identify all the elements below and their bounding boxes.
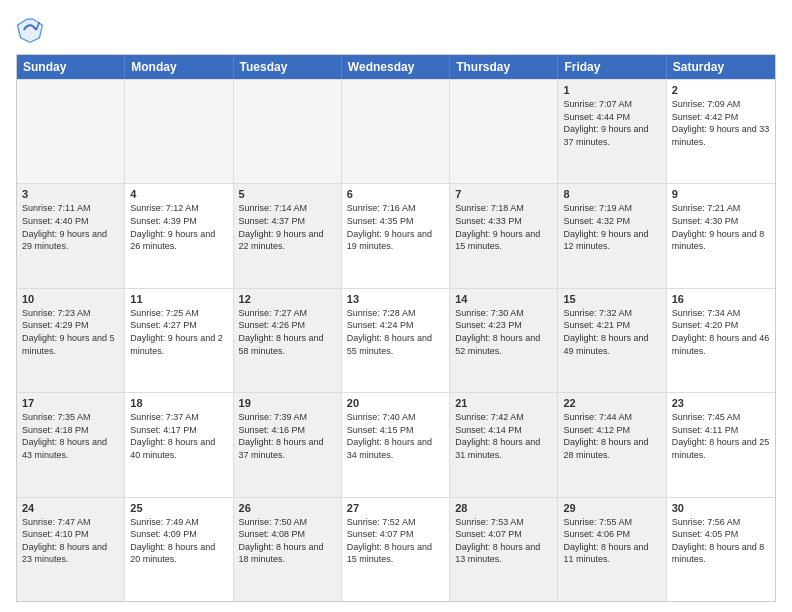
day-cell-22: 22Sunrise: 7:44 AM Sunset: 4:12 PM Dayli… — [558, 393, 666, 496]
day-number: 11 — [130, 293, 227, 305]
day-info: Sunrise: 7:50 AM Sunset: 4:08 PM Dayligh… — [239, 516, 336, 566]
day-cell-4: 4Sunrise: 7:12 AM Sunset: 4:39 PM Daylig… — [125, 184, 233, 287]
day-number: 23 — [672, 397, 770, 409]
day-number: 27 — [347, 502, 444, 514]
day-number: 20 — [347, 397, 444, 409]
day-number: 15 — [563, 293, 660, 305]
empty-cell — [342, 80, 450, 183]
day-cell-27: 27Sunrise: 7:52 AM Sunset: 4:07 PM Dayli… — [342, 498, 450, 601]
day-info: Sunrise: 7:47 AM Sunset: 4:10 PM Dayligh… — [22, 516, 119, 566]
day-info: Sunrise: 7:34 AM Sunset: 4:20 PM Dayligh… — [672, 307, 770, 357]
day-number: 12 — [239, 293, 336, 305]
day-info: Sunrise: 7:32 AM Sunset: 4:21 PM Dayligh… — [563, 307, 660, 357]
day-cell-30: 30Sunrise: 7:56 AM Sunset: 4:05 PM Dayli… — [667, 498, 775, 601]
calendar-row-4: 24Sunrise: 7:47 AM Sunset: 4:10 PM Dayli… — [17, 497, 775, 601]
header-cell-sunday: Sunday — [17, 55, 125, 79]
logo-icon — [16, 16, 44, 44]
day-cell-19: 19Sunrise: 7:39 AM Sunset: 4:16 PM Dayli… — [234, 393, 342, 496]
day-info: Sunrise: 7:53 AM Sunset: 4:07 PM Dayligh… — [455, 516, 552, 566]
day-number: 30 — [672, 502, 770, 514]
day-info: Sunrise: 7:14 AM Sunset: 4:37 PM Dayligh… — [239, 202, 336, 252]
day-number: 9 — [672, 188, 770, 200]
day-info: Sunrise: 7:23 AM Sunset: 4:29 PM Dayligh… — [22, 307, 119, 357]
empty-cell — [17, 80, 125, 183]
day-cell-13: 13Sunrise: 7:28 AM Sunset: 4:24 PM Dayli… — [342, 289, 450, 392]
day-cell-28: 28Sunrise: 7:53 AM Sunset: 4:07 PM Dayli… — [450, 498, 558, 601]
day-number: 8 — [563, 188, 660, 200]
day-cell-23: 23Sunrise: 7:45 AM Sunset: 4:11 PM Dayli… — [667, 393, 775, 496]
day-cell-3: 3Sunrise: 7:11 AM Sunset: 4:40 PM Daylig… — [17, 184, 125, 287]
day-cell-24: 24Sunrise: 7:47 AM Sunset: 4:10 PM Dayli… — [17, 498, 125, 601]
day-info: Sunrise: 7:49 AM Sunset: 4:09 PM Dayligh… — [130, 516, 227, 566]
day-cell-12: 12Sunrise: 7:27 AM Sunset: 4:26 PM Dayli… — [234, 289, 342, 392]
day-cell-9: 9Sunrise: 7:21 AM Sunset: 4:30 PM Daylig… — [667, 184, 775, 287]
page: SundayMondayTuesdayWednesdayThursdayFrid… — [0, 0, 792, 612]
day-info: Sunrise: 7:30 AM Sunset: 4:23 PM Dayligh… — [455, 307, 552, 357]
empty-cell — [450, 80, 558, 183]
day-info: Sunrise: 7:37 AM Sunset: 4:17 PM Dayligh… — [130, 411, 227, 461]
day-info: Sunrise: 7:55 AM Sunset: 4:06 PM Dayligh… — [563, 516, 660, 566]
header-cell-wednesday: Wednesday — [342, 55, 450, 79]
day-number: 13 — [347, 293, 444, 305]
day-info: Sunrise: 7:11 AM Sunset: 4:40 PM Dayligh… — [22, 202, 119, 252]
day-number: 5 — [239, 188, 336, 200]
day-cell-26: 26Sunrise: 7:50 AM Sunset: 4:08 PM Dayli… — [234, 498, 342, 601]
day-number: 25 — [130, 502, 227, 514]
calendar: SundayMondayTuesdayWednesdayThursdayFrid… — [16, 54, 776, 602]
day-number: 24 — [22, 502, 119, 514]
day-number: 16 — [672, 293, 770, 305]
day-info: Sunrise: 7:18 AM Sunset: 4:33 PM Dayligh… — [455, 202, 552, 252]
calendar-body: 1Sunrise: 7:07 AM Sunset: 4:44 PM Daylig… — [17, 79, 775, 601]
day-cell-16: 16Sunrise: 7:34 AM Sunset: 4:20 PM Dayli… — [667, 289, 775, 392]
header — [16, 16, 776, 44]
day-info: Sunrise: 7:44 AM Sunset: 4:12 PM Dayligh… — [563, 411, 660, 461]
day-number: 6 — [347, 188, 444, 200]
day-info: Sunrise: 7:07 AM Sunset: 4:44 PM Dayligh… — [563, 98, 660, 148]
header-cell-thursday: Thursday — [450, 55, 558, 79]
day-cell-29: 29Sunrise: 7:55 AM Sunset: 4:06 PM Dayli… — [558, 498, 666, 601]
day-number: 1 — [563, 84, 660, 96]
calendar-header: SundayMondayTuesdayWednesdayThursdayFrid… — [17, 55, 775, 79]
day-cell-1: 1Sunrise: 7:07 AM Sunset: 4:44 PM Daylig… — [558, 80, 666, 183]
day-cell-11: 11Sunrise: 7:25 AM Sunset: 4:27 PM Dayli… — [125, 289, 233, 392]
day-info: Sunrise: 7:19 AM Sunset: 4:32 PM Dayligh… — [563, 202, 660, 252]
day-cell-2: 2Sunrise: 7:09 AM Sunset: 4:42 PM Daylig… — [667, 80, 775, 183]
day-info: Sunrise: 7:12 AM Sunset: 4:39 PM Dayligh… — [130, 202, 227, 252]
day-cell-6: 6Sunrise: 7:16 AM Sunset: 4:35 PM Daylig… — [342, 184, 450, 287]
day-info: Sunrise: 7:27 AM Sunset: 4:26 PM Dayligh… — [239, 307, 336, 357]
day-info: Sunrise: 7:42 AM Sunset: 4:14 PM Dayligh… — [455, 411, 552, 461]
calendar-row-3: 17Sunrise: 7:35 AM Sunset: 4:18 PM Dayli… — [17, 392, 775, 496]
day-info: Sunrise: 7:28 AM Sunset: 4:24 PM Dayligh… — [347, 307, 444, 357]
empty-cell — [125, 80, 233, 183]
day-cell-17: 17Sunrise: 7:35 AM Sunset: 4:18 PM Dayli… — [17, 393, 125, 496]
day-number: 18 — [130, 397, 227, 409]
day-number: 29 — [563, 502, 660, 514]
day-info: Sunrise: 7:09 AM Sunset: 4:42 PM Dayligh… — [672, 98, 770, 148]
day-info: Sunrise: 7:45 AM Sunset: 4:11 PM Dayligh… — [672, 411, 770, 461]
day-info: Sunrise: 7:21 AM Sunset: 4:30 PM Dayligh… — [672, 202, 770, 252]
day-number: 10 — [22, 293, 119, 305]
day-cell-15: 15Sunrise: 7:32 AM Sunset: 4:21 PM Dayli… — [558, 289, 666, 392]
day-number: 22 — [563, 397, 660, 409]
empty-cell — [234, 80, 342, 183]
header-cell-saturday: Saturday — [667, 55, 775, 79]
day-cell-18: 18Sunrise: 7:37 AM Sunset: 4:17 PM Dayli… — [125, 393, 233, 496]
day-number: 2 — [672, 84, 770, 96]
day-number: 21 — [455, 397, 552, 409]
day-info: Sunrise: 7:40 AM Sunset: 4:15 PM Dayligh… — [347, 411, 444, 461]
day-info: Sunrise: 7:39 AM Sunset: 4:16 PM Dayligh… — [239, 411, 336, 461]
day-number: 28 — [455, 502, 552, 514]
logo — [16, 16, 48, 44]
calendar-row-0: 1Sunrise: 7:07 AM Sunset: 4:44 PM Daylig… — [17, 79, 775, 183]
day-info: Sunrise: 7:52 AM Sunset: 4:07 PM Dayligh… — [347, 516, 444, 566]
day-number: 19 — [239, 397, 336, 409]
header-cell-tuesday: Tuesday — [234, 55, 342, 79]
day-number: 26 — [239, 502, 336, 514]
day-number: 3 — [22, 188, 119, 200]
day-cell-25: 25Sunrise: 7:49 AM Sunset: 4:09 PM Dayli… — [125, 498, 233, 601]
day-info: Sunrise: 7:25 AM Sunset: 4:27 PM Dayligh… — [130, 307, 227, 357]
day-cell-10: 10Sunrise: 7:23 AM Sunset: 4:29 PM Dayli… — [17, 289, 125, 392]
day-number: 14 — [455, 293, 552, 305]
day-cell-20: 20Sunrise: 7:40 AM Sunset: 4:15 PM Dayli… — [342, 393, 450, 496]
day-info: Sunrise: 7:35 AM Sunset: 4:18 PM Dayligh… — [22, 411, 119, 461]
